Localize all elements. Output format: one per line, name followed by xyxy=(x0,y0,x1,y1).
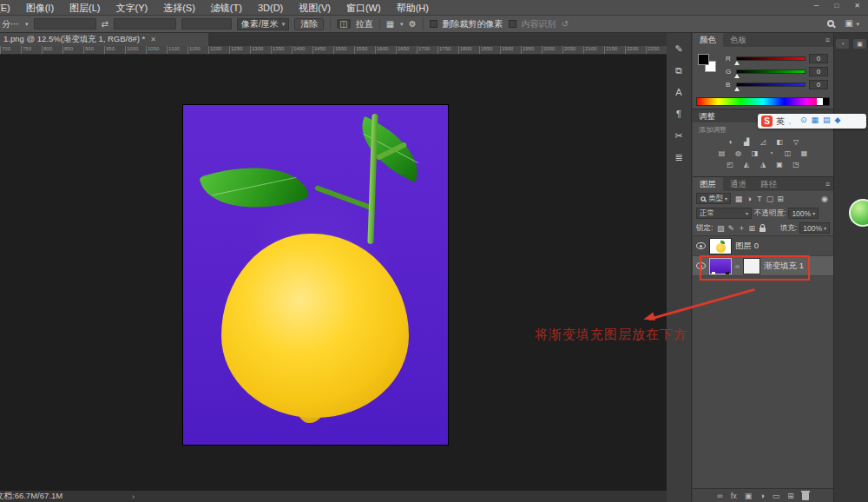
delete-layer-icon[interactable] xyxy=(802,492,809,500)
blue-slider[interactable] xyxy=(736,83,806,87)
gear-icon[interactable]: ⚙ xyxy=(409,19,417,29)
add-layer-mask-icon[interactable]: ▣ xyxy=(745,492,753,500)
clear-button[interactable]: 清除 xyxy=(294,18,324,30)
content-aware-checkbox[interactable] xyxy=(509,20,516,28)
color-lookup-icon[interactable]: ▦ xyxy=(798,149,811,158)
history-panel-icon[interactable]: ◔ xyxy=(836,39,849,49)
selective-color-icon[interactable]: ◳ xyxy=(790,160,803,169)
toolbox-icon[interactable]: ▤ xyxy=(823,116,831,127)
clone-source-panel-icon[interactable]: ⧉ xyxy=(675,65,682,76)
swap-dimensions-icon[interactable]: ⇄ xyxy=(102,19,108,29)
filter-smart-objects-icon[interactable]: ⊞ xyxy=(775,195,786,203)
white-swatch[interactable] xyxy=(817,98,823,105)
color-spectrum-ramp[interactable] xyxy=(696,97,830,106)
slider-handle[interactable] xyxy=(734,87,740,91)
new-adjustment-layer-icon[interactable]: ◑ xyxy=(760,492,764,500)
menu-window[interactable]: 窗口(W) xyxy=(339,0,389,16)
new-group-icon[interactable]: ▭ xyxy=(773,492,780,500)
straighten-icon[interactable]: ◫ xyxy=(337,19,350,29)
curves-icon[interactable]: ◿ xyxy=(757,137,770,147)
layer-thumbnail[interactable] xyxy=(709,238,732,254)
fill-dropdown[interactable]: 100% ▾ xyxy=(799,222,830,234)
punctuation-icon[interactable]: 、 xyxy=(788,116,796,127)
emoji-icon[interactable]: ⊙ xyxy=(800,116,807,127)
brush-settings-panel-icon[interactable]: ✎ xyxy=(674,43,682,54)
link-layers-icon[interactable]: ∞ xyxy=(717,492,722,500)
blend-mode-dropdown[interactable]: 正常 ▾ xyxy=(696,208,752,219)
menu-layer[interactable]: 图层(L) xyxy=(62,0,108,16)
character-styles-panel-icon[interactable]: ✂ xyxy=(674,130,682,141)
slider-handle[interactable] xyxy=(734,74,740,78)
menu-edit[interactable]: 编辑(E) xyxy=(0,0,18,16)
hue-saturation-icon[interactable]: ▤ xyxy=(715,149,728,158)
visibility-eye-icon[interactable] xyxy=(696,242,706,249)
sogou-logo-icon[interactable]: S xyxy=(761,116,773,127)
panel-menu-icon[interactable]: ≡ xyxy=(825,180,830,188)
red-slider[interactable] xyxy=(736,56,806,61)
resolution-unit-dropdown[interactable]: 像素/厘米 ▾ xyxy=(237,18,289,30)
filter-shape-layers-icon[interactable]: ▢ xyxy=(765,195,775,203)
menu-3d[interactable]: 3D(D) xyxy=(250,0,291,16)
menu-help[interactable]: 帮助(H) xyxy=(389,0,437,16)
black-swatch[interactable] xyxy=(823,98,829,105)
tab-paths[interactable]: 路径 xyxy=(753,177,784,191)
crop-overlay-icon[interactable]: ▦ xyxy=(386,19,394,29)
paragraph-styles-panel-icon[interactable]: ≣ xyxy=(674,152,682,162)
lock-position-icon[interactable]: + xyxy=(736,224,746,233)
crop-height-input[interactable] xyxy=(114,18,176,30)
input-mode-toggle[interactable]: 英 xyxy=(776,116,785,128)
crop-resolution-input[interactable] xyxy=(181,18,232,30)
channel-mixer-icon[interactable]: ◫ xyxy=(781,149,794,158)
floating-assistant-ball[interactable] xyxy=(849,199,868,227)
lock-artboard-icon[interactable]: ⊞ xyxy=(746,224,757,233)
gradient-map-icon[interactable]: ▣ xyxy=(773,160,786,169)
menu-image[interactable]: 图像(I) xyxy=(18,0,62,16)
menu-select[interactable]: 选择(S) xyxy=(155,0,203,16)
green-value[interactable]: 0 xyxy=(809,67,828,76)
foreground-color-swatch[interactable] xyxy=(698,54,709,65)
blue-value[interactable]: 0 xyxy=(809,80,828,89)
tab-swatches[interactable]: 色板 xyxy=(723,33,753,47)
layer-filter-dropdown[interactable]: 类型 ▾ xyxy=(696,193,731,204)
delete-cropped-pixels-checkbox[interactable] xyxy=(430,20,437,28)
crop-preset-dropdown[interactable]: 分⋯ xyxy=(2,18,19,30)
maximize-button[interactable]: □ xyxy=(826,0,846,12)
filter-adjustment-layers-icon[interactable]: ◑ xyxy=(744,195,754,203)
layer-row-tulemon[interactable]: 图层 0 xyxy=(693,236,833,256)
vibrance-icon[interactable]: ▽ xyxy=(790,137,803,147)
close-tab-icon[interactable]: ✕ xyxy=(150,36,156,43)
document-tab[interactable]: 1.png @ 12.5%(渐变填充 1, RGB/8#) * ✕ xyxy=(0,33,208,46)
opacity-dropdown[interactable]: 100% ▾ xyxy=(788,208,819,219)
brightness-contrast-icon[interactable]: ◑ xyxy=(724,137,737,147)
photo-filter-icon[interactable]: ◔ xyxy=(765,149,778,158)
filter-toggle-icon[interactable]: ◉ xyxy=(819,195,830,203)
minimize-button[interactable]: ─ xyxy=(806,0,827,12)
paragraph-panel-icon[interactable]: ¶ xyxy=(676,109,681,119)
new-layer-icon[interactable]: ⊞ xyxy=(787,492,794,500)
close-button[interactable]: ✕ xyxy=(846,0,868,12)
workspace-icon[interactable]: ▣ xyxy=(845,18,852,28)
filter-type-layers-icon[interactable]: T xyxy=(754,195,765,203)
exposure-icon[interactable]: ◧ xyxy=(773,137,786,147)
lock-all-icon[interactable] xyxy=(760,228,766,232)
layer-name[interactable]: 图层 0 xyxy=(735,241,759,252)
red-value[interactable]: 0 xyxy=(809,54,828,63)
crop-width-input[interactable] xyxy=(34,18,96,30)
status-caret-icon[interactable]: › xyxy=(132,492,135,501)
menu-filter[interactable]: 滤镜(T) xyxy=(203,0,250,16)
filter-pixel-layers-icon[interactable]: ▦ xyxy=(733,195,744,203)
panel-menu-icon[interactable]: ≡ xyxy=(825,36,830,44)
document-image[interactable] xyxy=(183,105,448,445)
posterize-icon[interactable]: ◭ xyxy=(740,160,753,169)
soft-keyboard-icon[interactable]: ▦ xyxy=(812,116,819,127)
slider-handle[interactable] xyxy=(734,61,740,65)
lock-image-pixels-icon[interactable]: ✎ xyxy=(726,224,736,233)
green-slider[interactable] xyxy=(736,69,806,74)
menu-view[interactable]: 视图(V) xyxy=(291,0,339,16)
straighten-label[interactable]: 拉直 xyxy=(356,18,373,30)
properties-panel-icon[interactable]: ▣ xyxy=(853,39,866,49)
threshold-icon[interactable]: ◮ xyxy=(757,160,770,169)
invert-icon[interactable]: ◰ xyxy=(724,160,737,169)
menu-type[interactable]: 文字(Y) xyxy=(108,0,156,16)
tab-channels[interactable]: 通道 xyxy=(723,177,753,191)
